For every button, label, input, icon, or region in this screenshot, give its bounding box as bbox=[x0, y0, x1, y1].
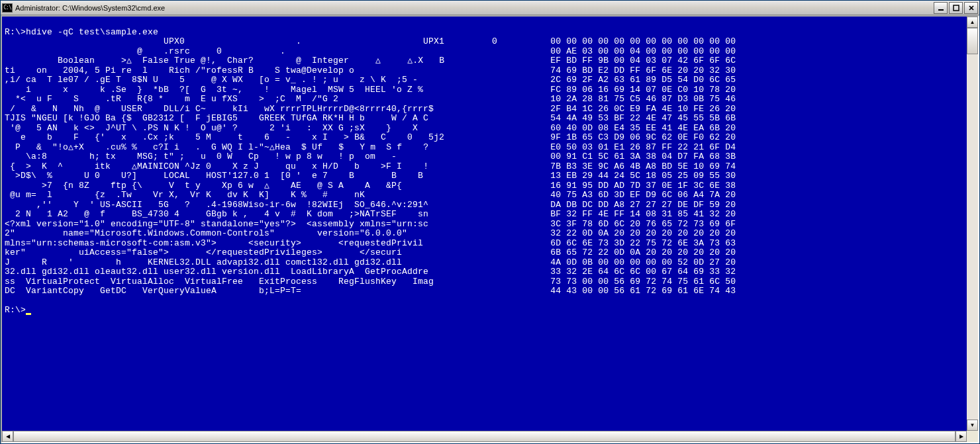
scroll-right-button[interactable]: ▶ bbox=[956, 431, 967, 442]
scroll-down-button[interactable]: ▼ bbox=[967, 420, 978, 431]
cmd-window: C:\ Administrator: C:\Windows\System32\c… bbox=[0, 0, 980, 444]
scroll-left-button[interactable]: ◀ bbox=[2, 431, 13, 442]
horizontal-scrollbar[interactable]: ◀ ▶ bbox=[2, 431, 978, 442]
client-area: R:\>hdive -qC test\sample.exe UPX0 . UPX… bbox=[1, 15, 979, 443]
vertical-scroll-thumb[interactable] bbox=[967, 28, 978, 54]
titlebar-buttons bbox=[934, 2, 978, 14]
horizontal-scroll-track[interactable] bbox=[13, 431, 956, 442]
scroll-up-button[interactable]: ▲ bbox=[967, 17, 978, 28]
cmd-icon: C:\ bbox=[2, 3, 13, 13]
vertical-scrollbar[interactable]: ▲ ▼ bbox=[967, 17, 978, 431]
minimize-button[interactable] bbox=[934, 2, 948, 14]
vertical-scroll-track[interactable] bbox=[967, 28, 978, 420]
svg-rect-1 bbox=[954, 5, 959, 11]
console-wrap: R:\>hdive -qC test\sample.exe UPX0 . UPX… bbox=[2, 17, 978, 431]
close-button[interactable] bbox=[964, 2, 978, 14]
horizontal-scroll-thumb[interactable] bbox=[13, 431, 956, 442]
titlebar[interactable]: C:\ Administrator: C:\Windows\System32\c… bbox=[1, 1, 979, 15]
console-output[interactable]: R:\>hdive -qC test\sample.exe UPX0 . UPX… bbox=[2, 17, 967, 431]
cursor bbox=[26, 313, 31, 315]
resize-grip[interactable] bbox=[967, 431, 978, 442]
maximize-button[interactable] bbox=[949, 2, 963, 14]
window-title: Administrator: C:\Windows\System32\cmd.e… bbox=[15, 4, 934, 12]
